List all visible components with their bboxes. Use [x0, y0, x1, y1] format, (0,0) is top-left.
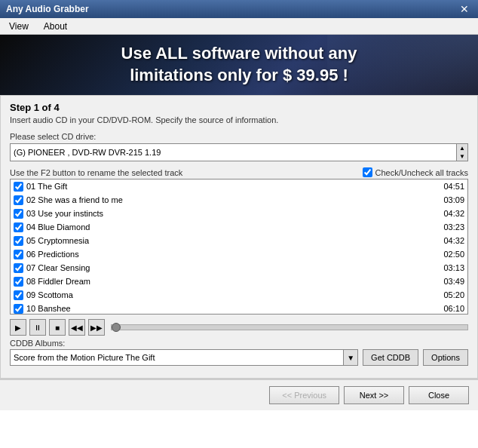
track-duration: 05:20	[438, 290, 464, 299]
track-duration: 04:32	[438, 209, 464, 218]
track-name: 05 Cryptomnesia	[26, 236, 438, 245]
menu-bar: View About	[0, 18, 478, 35]
track-name: 02 She was a friend to me	[26, 195, 438, 204]
track-checkbox[interactable]	[14, 250, 23, 259]
cddb-album-input[interactable]	[11, 350, 343, 365]
cddb-row: CDDB Albums:	[10, 339, 468, 348]
menu-about[interactable]: About	[41, 20, 70, 33]
window-title: Any Audio Grabber	[6, 4, 89, 14]
check-all-label[interactable]: Check/Uncheck all tracks	[363, 167, 469, 177]
step-title: Step 1 of 4	[10, 102, 468, 113]
track-duration: 03:49	[438, 277, 464, 286]
track-name: 03 Use your instincts	[26, 209, 438, 218]
bottom-bar: << Previous Next >> Close	[0, 379, 478, 410]
rewind-button[interactable]: ◀◀	[69, 319, 85, 336]
cd-drive-selector[interactable]: (G) PIONEER , DVD-RW DVR-215 1.19 ▲ ▼	[10, 143, 468, 161]
banner-line1: Use ALL software without any	[121, 44, 357, 63]
player-controls: ▶ ⏸ ■ ◀◀ ▶▶	[10, 319, 468, 336]
cd-drive-select[interactable]: (G) PIONEER , DVD-RW DVR-215 1.19	[11, 144, 456, 161]
get-cddb-button[interactable]: Get CDDB	[363, 349, 418, 366]
track-list-header: Use the F2 button to rename the selected…	[10, 167, 468, 177]
pause-button[interactable]: ⏸	[29, 319, 46, 336]
track-row[interactable]: 03 Use your instincts04:32	[11, 207, 467, 220]
cddb-section: ▼ Get CDDB Options	[10, 349, 468, 366]
cd-drive-up[interactable]: ▲	[457, 144, 467, 152]
track-checkbox[interactable]	[14, 182, 23, 192]
next-button[interactable]: Next >>	[344, 386, 404, 404]
main-content: Step 1 of 4 Insert audio CD in your CD/D…	[0, 95, 478, 379]
track-checkbox[interactable]	[14, 222, 23, 232]
play-button[interactable]: ▶	[10, 319, 26, 336]
track-row[interactable]: 04 Blue Diamond03:23	[11, 220, 467, 234]
track-duration: 06:10	[438, 304, 464, 313]
banner-line2: limitations only for $ 39.95 !	[130, 66, 348, 84]
track-checkbox[interactable]	[14, 263, 23, 273]
title-bar: Any Audio Grabber ✕	[0, 0, 478, 18]
menu-view[interactable]: View	[6, 20, 32, 33]
track-checkbox[interactable]	[14, 236, 23, 246]
track-checkbox[interactable]	[14, 277, 23, 287]
progress-thumb[interactable]	[112, 323, 121, 332]
options-button[interactable]: Options	[423, 349, 468, 366]
track-checkbox[interactable]	[14, 195, 23, 205]
track-duration: 04:32	[438, 236, 464, 245]
track-duration: 02:50	[438, 250, 464, 259]
track-name: 10 Banshee	[26, 304, 438, 313]
progress-bar[interactable]	[111, 324, 468, 330]
track-duration: 03:09	[438, 195, 464, 204]
track-list-hint: Use the F2 button to rename the selected…	[10, 168, 182, 177]
track-name: 08 Fiddler Dream	[26, 277, 438, 286]
track-row[interactable]: 06 Predictions02:50	[11, 247, 467, 261]
track-name: 09 Scottoma	[26, 290, 438, 299]
track-duration: 04:51	[438, 182, 464, 191]
track-name: 04 Blue Diamond	[26, 222, 438, 232]
track-duration: 03:23	[438, 222, 464, 232]
cd-drive-down[interactable]: ▼	[457, 152, 467, 161]
track-row[interactable]: 02 She was a friend to me03:09	[11, 193, 467, 207]
stop-button[interactable]: ■	[49, 319, 66, 336]
cd-drive-spinbuttons: ▲ ▼	[456, 144, 467, 161]
cd-drive-label: Please select CD drive:	[10, 132, 468, 141]
check-all-checkbox[interactable]	[363, 167, 372, 177]
track-row[interactable]: 05 Cryptomnesia04:32	[11, 234, 467, 247]
track-name: 01 The Gift	[26, 182, 438, 191]
cddb-label: CDDB Albums:	[10, 339, 65, 348]
track-list[interactable]: 01 The Gift04:5102 She was a friend to m…	[10, 179, 468, 315]
track-row[interactable]: 01 The Gift04:51	[11, 180, 467, 193]
track-row[interactable]: 10 Banshee06:10	[11, 302, 467, 315]
track-name: 07 Clear Sensing	[26, 263, 438, 272]
track-checkbox[interactable]	[14, 290, 23, 300]
track-row[interactable]: 07 Clear Sensing03:13	[11, 261, 467, 275]
promo-banner: Use ALL software without any limitations…	[0, 35, 478, 95]
cddb-album-wrapper[interactable]: ▼	[10, 349, 358, 366]
track-name: 06 Predictions	[26, 250, 438, 259]
track-row[interactable]: 09 Scottoma05:20	[11, 288, 467, 302]
track-row[interactable]: 08 Fiddler Dream03:49	[11, 275, 467, 288]
prev-button[interactable]: << Previous	[269, 386, 339, 404]
track-duration: 03:13	[438, 263, 464, 272]
close-button[interactable]: Close	[409, 386, 469, 404]
step-description: Insert audio CD in your CD/DVD-ROM. Spec…	[10, 115, 468, 124]
track-checkbox[interactable]	[14, 304, 23, 314]
forward-button[interactable]: ▶▶	[88, 319, 105, 336]
cddb-album-dropdown-btn[interactable]: ▼	[343, 350, 357, 365]
banner-text: Use ALL software without any limitations…	[121, 43, 357, 86]
track-checkbox[interactable]	[14, 209, 23, 219]
window-close-button[interactable]: ✕	[457, 4, 472, 14]
